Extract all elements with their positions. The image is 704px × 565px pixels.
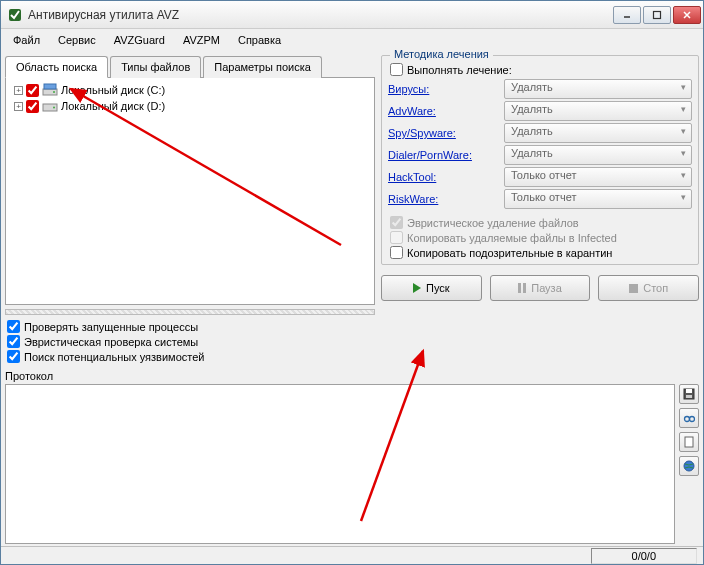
window-title: Антивирусная утилита AVZ	[28, 8, 611, 22]
view-log-button[interactable]	[679, 408, 699, 428]
treatment-legend: Методика лечения	[390, 48, 493, 60]
log-textarea[interactable]	[5, 384, 675, 544]
drives-tree: + Локальный диск (C:) + Локальный диск (…	[5, 78, 375, 305]
drive-row[interactable]: + Локальный диск (D:)	[10, 98, 370, 114]
disk-icon	[42, 99, 58, 113]
statusbar: 0/0/0	[1, 546, 703, 564]
treat-label-dialer[interactable]: Dialer/PornWare:	[388, 149, 498, 161]
drive-row[interactable]: + Локальный диск (C:)	[10, 82, 370, 98]
svg-rect-2	[654, 11, 661, 18]
treat-label-spyware[interactable]: Spy/Spyware:	[388, 127, 498, 139]
check-heuristic-system[interactable]	[7, 335, 20, 348]
check-label: Эвристическое удаление файлов	[407, 217, 579, 229]
splitter[interactable]	[5, 309, 375, 315]
button-label: Пуск	[426, 282, 450, 294]
svg-rect-12	[686, 395, 692, 398]
check-label: Проверять запущенные процессы	[24, 321, 198, 333]
pause-icon	[518, 283, 526, 293]
stop-button[interactable]: Стоп	[598, 275, 699, 301]
menu-avzpm[interactable]: AVZPM	[175, 32, 228, 48]
svg-rect-15	[685, 437, 693, 447]
pause-button[interactable]: Пауза	[490, 275, 591, 301]
button-label: Стоп	[643, 282, 668, 294]
check-heur-delete	[390, 216, 403, 229]
log-toolbar	[675, 384, 699, 544]
tabstrip: Область поиска Типы файлов Параметры пои…	[5, 55, 375, 78]
menu-file[interactable]: Файл	[5, 32, 48, 48]
maximize-button[interactable]	[643, 6, 671, 24]
svg-point-7	[53, 107, 55, 109]
right-column: Методика лечения Выполнять лечение: Виру…	[381, 55, 699, 364]
treat-label-advware[interactable]: AdvWare:	[388, 105, 498, 117]
treat-select-riskware[interactable]: Только отчет	[504, 189, 692, 209]
save-icon	[683, 388, 695, 400]
check-label: Копировать подозрительные в карантин	[407, 247, 612, 259]
check-copy-quarantine[interactable]	[390, 246, 403, 259]
drive-label: Локальный диск (D:)	[61, 100, 165, 112]
menubar: Файл Сервис AVZGuard AVZPM Справка	[1, 29, 703, 51]
start-button[interactable]: Пуск	[381, 275, 482, 301]
window-controls	[611, 6, 701, 24]
menu-avzguard[interactable]: AVZGuard	[106, 32, 173, 48]
disk-icon	[42, 83, 58, 97]
drive-checkbox[interactable]	[26, 100, 39, 113]
drive-label: Локальный диск (C:)	[61, 84, 165, 96]
button-label: Пауза	[531, 282, 562, 294]
play-icon	[413, 283, 421, 293]
svg-rect-11	[686, 389, 692, 393]
treat-select-viruses[interactable]: Удалять	[504, 79, 692, 99]
app-window: Антивирусная утилита AVZ Файл Сервис AVZ…	[0, 0, 704, 565]
check-label: Выполнять лечение:	[407, 64, 512, 76]
titlebar: Антивирусная утилита AVZ	[1, 1, 703, 29]
check-running-processes[interactable]	[7, 320, 20, 333]
expand-icon[interactable]: +	[14, 86, 23, 95]
treat-label-hacktool[interactable]: HackTool:	[388, 171, 498, 183]
left-column: Область поиска Типы файлов Параметры пои…	[5, 55, 375, 364]
close-button[interactable]	[673, 6, 701, 24]
treat-label-viruses[interactable]: Вирусы:	[388, 83, 498, 95]
svg-point-5	[53, 91, 55, 93]
bottom-panel: Протокол	[1, 368, 703, 546]
check-potential-vulns[interactable]	[7, 350, 20, 363]
minimize-button[interactable]	[613, 6, 641, 24]
web-log-button[interactable]	[679, 456, 699, 476]
protocol-label: Протокол	[5, 368, 699, 384]
check-label: Эвристическая проверка системы	[24, 336, 198, 348]
treat-select-dialer[interactable]: Удалять	[504, 145, 692, 165]
treat-label-riskware[interactable]: RiskWare:	[388, 193, 498, 205]
check-enable-treatment[interactable]	[390, 63, 403, 76]
treat-select-spyware[interactable]: Удалять	[504, 123, 692, 143]
action-buttons: Пуск Пауза Стоп	[381, 275, 699, 301]
tab-scan-params[interactable]: Параметры поиска	[203, 56, 322, 78]
menu-service[interactable]: Сервис	[50, 32, 104, 48]
drive-checkbox[interactable]	[26, 84, 39, 97]
menu-help[interactable]: Справка	[230, 32, 289, 48]
treatment-group: Методика лечения Выполнять лечение: Виру…	[381, 55, 699, 265]
globe-icon	[683, 460, 695, 472]
glasses-icon	[683, 412, 695, 424]
treat-select-advware[interactable]: Удалять	[504, 101, 692, 121]
document-icon	[683, 436, 695, 448]
check-label: Копировать удаляемые файлы в Infected	[407, 232, 617, 244]
svg-point-13	[685, 417, 690, 422]
main-content: Область поиска Типы файлов Параметры пои…	[1, 51, 703, 368]
stop-icon	[629, 284, 638, 293]
svg-point-14	[690, 417, 695, 422]
new-log-button[interactable]	[679, 432, 699, 452]
app-icon	[7, 7, 23, 23]
status-counts: 0/0/0	[591, 548, 697, 564]
svg-point-16	[684, 461, 694, 471]
svg-rect-4	[44, 84, 56, 89]
tab-scan-area[interactable]: Область поиска	[5, 56, 108, 78]
check-label: Поиск потенциальных уязвимостей	[24, 351, 204, 363]
treat-select-hacktool[interactable]: Только отчет	[504, 167, 692, 187]
tab-file-types[interactable]: Типы файлов	[110, 56, 201, 78]
check-copy-infected	[390, 231, 403, 244]
expand-icon[interactable]: +	[14, 102, 23, 111]
save-log-button[interactable]	[679, 384, 699, 404]
